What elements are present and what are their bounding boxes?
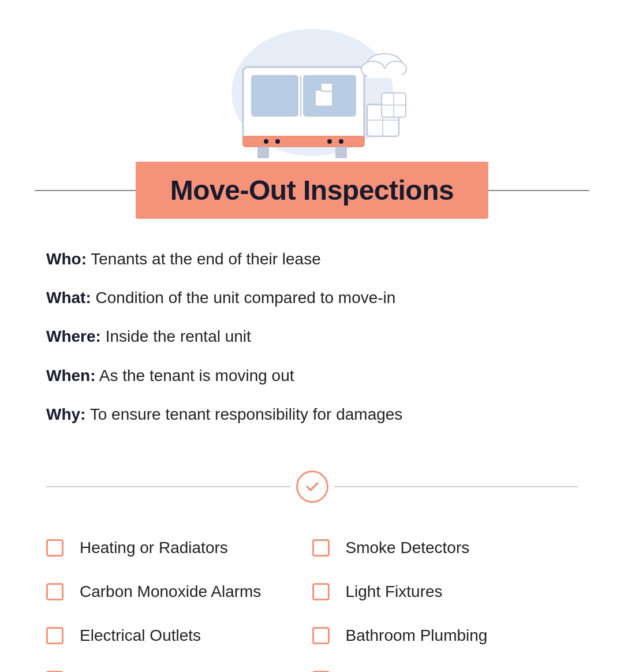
title-line-left (35, 190, 136, 191)
checklist-item-kitchen: Kitchen Appliances (312, 658, 578, 672)
checklist-item-light-fixtures: Light Fixtures (312, 570, 578, 614)
checklist-label-co-alarms: Carbon Monoxide Alarms (80, 583, 261, 601)
svg-rect-1 (252, 76, 298, 116)
svg-rect-4 (315, 90, 332, 106)
checklist-label-bathroom: Bathroom Plumbing (346, 626, 488, 645)
checkbox-smoke-detectors (312, 539, 330, 557)
divider-line-right (334, 486, 578, 487)
info-row-what: What: Condition of the unit compared to … (46, 286, 578, 309)
svg-rect-22 (367, 69, 402, 78)
info-label-why: Why: (46, 405, 85, 423)
info-section: Who: Tenants at the end of their lease W… (0, 219, 624, 459)
checkbox-light-fixtures (312, 583, 330, 600)
divider-check (46, 471, 578, 503)
svg-point-10 (339, 139, 343, 144)
checklist-item-smoke-detectors: Smoke Detectors (312, 526, 578, 570)
svg-point-9 (327, 139, 332, 144)
info-row-when: When: As the tenant is moving out (46, 364, 578, 387)
svg-rect-12 (335, 147, 347, 158)
checklist-label-smoke-detectors: Smoke Detectors (346, 539, 470, 557)
checkbox-co-alarms (46, 583, 63, 600)
info-text-why: To ensure tenant responsibility for dama… (90, 405, 403, 423)
info-label-where: Where: (46, 327, 101, 345)
info-text-where: Inside the rental unit (106, 327, 251, 345)
checklist-label-light-fixtures: Light Fixtures (346, 583, 443, 601)
check-circle (296, 471, 328, 503)
checklist-label-electrical: Electrical Outlets (80, 626, 201, 645)
illustration-area (0, 0, 624, 167)
checklist-item-bathroom: Bathroom Plumbing (312, 614, 578, 658)
svg-rect-5 (321, 83, 332, 91)
svg-point-7 (264, 139, 268, 144)
checkbox-heating (46, 539, 63, 557)
title-banner-wrapper: Move-Out Inspections (0, 162, 624, 219)
checklist-item-heating: Heating or Radiators (46, 526, 312, 570)
info-row-who: Who: Tenants at the end of their lease (46, 248, 578, 270)
info-label-when: When: (46, 367, 96, 384)
checklist-label-heating: Heating or Radiators (80, 539, 228, 557)
checkbox-bathroom (312, 627, 330, 644)
svg-rect-6 (243, 136, 364, 147)
checklist-item-electrical: Electrical Outlets (46, 614, 312, 658)
info-text-what: Condition of the unit compared to move-i… (96, 289, 396, 307)
info-label-what: What: (46, 289, 91, 307)
checklist-item-wall-paint: Wall Paint (46, 658, 312, 672)
title-line-right (488, 190, 589, 191)
page-title: Move-Out Inspections (170, 174, 454, 206)
divider-line-left (46, 486, 290, 487)
checklist: Heating or Radiators Smoke Detectors Car… (0, 526, 624, 672)
checkmark-icon (304, 479, 320, 495)
checkbox-electrical (46, 627, 63, 644)
info-text-when: As the tenant is moving out (99, 367, 294, 384)
checklist-item-co-alarms: Carbon Monoxide Alarms (46, 570, 312, 614)
illustration (214, 15, 410, 167)
title-banner: Move-Out Inspections (136, 162, 488, 219)
info-text-who: Tenants at the end of their lease (91, 250, 321, 268)
svg-rect-11 (257, 147, 269, 158)
page: Move-Out Inspections Who: Tenants at the… (0, 0, 624, 672)
svg-point-8 (275, 139, 280, 144)
info-label-who: Who: (46, 250, 87, 268)
info-row-where: Where: Inside the rental unit (46, 325, 578, 348)
info-row-why: Why: To ensure tenant responsibility for… (46, 403, 578, 425)
